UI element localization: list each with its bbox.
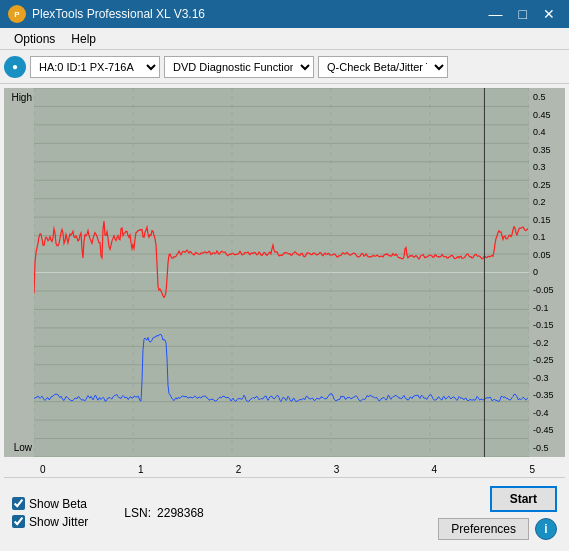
x-4: 4	[432, 464, 438, 475]
show-beta-label: Show Beta	[29, 497, 87, 511]
x-1: 1	[138, 464, 144, 475]
chart-canvas	[34, 88, 529, 457]
x-2: 2	[236, 464, 242, 475]
y-right-label: 0.5	[533, 92, 563, 102]
y-right-label: 0.4	[533, 127, 563, 137]
y-right-label: -0.5	[533, 443, 563, 453]
y-right-label: -0.2	[533, 338, 563, 348]
x-0: 0	[40, 464, 46, 475]
lsn-label: LSN:	[124, 506, 151, 520]
y-axis-left: High Low	[4, 88, 34, 457]
lsn-value: 2298368	[157, 506, 204, 520]
y-right-label: -0.35	[533, 390, 563, 400]
drive-select[interactable]: HA:0 ID:1 PX-716A	[30, 56, 160, 78]
lsn-section: LSN: 2298368	[124, 506, 203, 520]
x-3: 3	[334, 464, 340, 475]
y-right-label: 0.15	[533, 215, 563, 225]
y-right-label: -0.05	[533, 285, 563, 295]
y-right-label: 0.05	[533, 250, 563, 260]
y-right-label: 0.25	[533, 180, 563, 190]
y-axis-high: High	[6, 92, 32, 103]
x-axis: 0 1 2 3 4 5	[4, 461, 565, 477]
y-right-label: 0	[533, 267, 563, 277]
show-beta-row: Show Beta	[12, 497, 88, 511]
y-right-label: 0.3	[533, 162, 563, 172]
y-right-label: -0.1	[533, 303, 563, 313]
function-select[interactable]: DVD Diagnostic Functions	[164, 56, 314, 78]
y-right-label: 0.1	[533, 232, 563, 242]
show-jitter-label: Show Jitter	[29, 515, 88, 529]
app-logo: P	[8, 5, 26, 23]
drive-icon: ●	[4, 56, 26, 78]
y-right-label: 0.45	[533, 110, 563, 120]
bottom-right-controls: Start Preferences i	[438, 486, 557, 540]
app-title: PlexTools Professional XL V3.16	[32, 7, 205, 21]
y-right-label: -0.3	[533, 373, 563, 383]
x-5: 5	[529, 464, 535, 475]
bottom-panel: Show Beta Show Jitter LSN: 2298368 Start…	[4, 477, 565, 547]
show-beta-checkbox[interactable]	[12, 497, 25, 510]
close-button[interactable]: ✕	[537, 7, 561, 21]
info-button[interactable]: i	[535, 518, 557, 540]
main-content: High Low 0.50.450.40.350.30.250.20.150.1…	[0, 84, 569, 551]
menu-help[interactable]: Help	[63, 30, 104, 48]
y-right-label: -0.45	[533, 425, 563, 435]
title-bar-controls: — □ ✕	[483, 7, 561, 21]
menu-options[interactable]: Options	[6, 30, 63, 48]
test-select[interactable]: Q-Check Beta/Jitter Test	[318, 56, 448, 78]
chart-container: High Low 0.50.450.40.350.30.250.20.150.1…	[4, 88, 565, 457]
show-jitter-row: Show Jitter	[12, 515, 88, 529]
bottom-left-controls: Show Beta Show Jitter	[12, 497, 88, 529]
title-bar-left: P PlexTools Professional XL V3.16	[8, 5, 205, 23]
toolbar: ● HA:0 ID:1 PX-716A DVD Diagnostic Funct…	[0, 50, 569, 84]
y-right-label: 0.35	[533, 145, 563, 155]
chart-inner	[34, 88, 529, 457]
preferences-button[interactable]: Preferences	[438, 518, 529, 540]
preferences-row: Preferences i	[438, 518, 557, 540]
y-right-label: -0.15	[533, 320, 563, 330]
y-right-label: 0.2	[533, 197, 563, 207]
y-right-label: -0.4	[533, 408, 563, 418]
menu-bar: Options Help	[0, 28, 569, 50]
title-bar: P PlexTools Professional XL V3.16 — □ ✕	[0, 0, 569, 28]
y-axis-low: Low	[6, 442, 32, 453]
minimize-button[interactable]: —	[483, 7, 509, 21]
y-right-label: -0.25	[533, 355, 563, 365]
y-axis-right: 0.50.450.40.350.30.250.20.150.10.050-0.0…	[529, 88, 565, 457]
start-button[interactable]: Start	[490, 486, 557, 512]
maximize-button[interactable]: □	[513, 7, 533, 21]
show-jitter-checkbox[interactable]	[12, 515, 25, 528]
